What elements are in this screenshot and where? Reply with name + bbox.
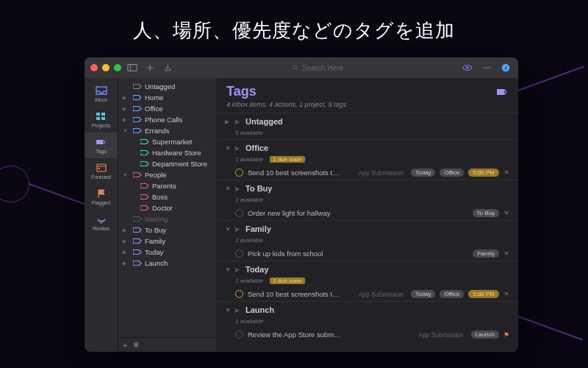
- task-row[interactable]: Send 10 best screenshots t…App Submissio…: [218, 287, 518, 301]
- group-header[interactable]: ▼▶Launch: [218, 302, 518, 318]
- sidebar-tag-untagged[interactable]: Untagged: [118, 81, 217, 92]
- tag-label: Family: [145, 237, 165, 245]
- task-row[interactable]: Pick up kids from schoolFamily⚑: [218, 247, 518, 261]
- group-header[interactable]: ▶▶Untagged: [218, 113, 518, 130]
- group-title: Launch: [245, 305, 274, 314]
- add-button[interactable]: [143, 61, 157, 74]
- tag-pill[interactable]: Office: [440, 169, 464, 177]
- sidebar-tag-department-store[interactable]: Department Store: [118, 158, 217, 169]
- rail-projects[interactable]: Projects: [85, 107, 118, 132]
- group-header[interactable]: ▼▶Family: [218, 221, 518, 237]
- rail-flagged[interactable]: Flagged: [85, 184, 118, 210]
- tag-pill[interactable]: Office: [440, 290, 464, 298]
- flag-icon[interactable]: ⚑: [503, 331, 511, 339]
- sidebar-tag-parents[interactable]: Parents: [118, 180, 217, 191]
- task-row[interactable]: Send 10 best screenshots t…App Submissio…: [218, 166, 518, 180]
- sidebar-toggle-icon[interactable]: [126, 61, 139, 74]
- tag-label: Department Store: [152, 160, 207, 168]
- svg-rect-17: [98, 168, 100, 169]
- sidebar-tag-waiting[interactable]: Waiting: [118, 213, 217, 224]
- rail-label: Forecast: [91, 174, 111, 180]
- sidebar-tag-office[interactable]: ▶Office: [118, 103, 217, 114]
- tag-pill[interactable]: Today: [411, 290, 435, 298]
- group-subtitle: 5 available: [218, 130, 518, 139]
- sidebar-tag-errands[interactable]: ▼Errands: [118, 125, 217, 136]
- rail-label: Tags: [96, 149, 107, 154]
- inbox-icon: [95, 85, 108, 96]
- tag-label: Phone Calls: [145, 116, 182, 124]
- tag-pill[interactable]: Launch: [471, 330, 499, 339]
- add-tag-button[interactable]: +: [123, 341, 127, 350]
- rail-review[interactable]: Review: [85, 210, 118, 236]
- tag-chevron-icon: ▶: [235, 118, 241, 125]
- sidebar-tag-home[interactable]: ▶Home: [118, 92, 217, 103]
- svg-point-6: [486, 67, 487, 68]
- quick-entry-button[interactable]: [161, 61, 174, 74]
- sidebar-tag-people[interactable]: ▼People: [118, 169, 217, 180]
- task-checkbox[interactable]: [235, 169, 243, 177]
- group-title: Untagged: [245, 117, 283, 126]
- group-title: Family: [245, 224, 271, 233]
- flag-icon[interactable]: ⚑: [503, 169, 511, 177]
- disclosure-icon: [123, 84, 130, 90]
- flag-icon[interactable]: ⚑: [503, 210, 511, 217]
- minimize-icon[interactable]: [102, 64, 110, 71]
- sidebar-tag-launch[interactable]: ▶Launch: [118, 258, 217, 269]
- zoom-icon[interactable]: [114, 64, 121, 71]
- flag-icon[interactable]: ⚑: [503, 250, 511, 258]
- search-field[interactable]: Search Here: [179, 64, 456, 72]
- task-checkbox[interactable]: [235, 290, 243, 298]
- sidebar-tag-to-buy[interactable]: ▶To Buy: [118, 224, 217, 236]
- view-icon[interactable]: [461, 61, 474, 74]
- tag-group-family: ▼▶Family1 availablePick up kids from sch…: [218, 220, 518, 261]
- rail-forecast[interactable]: Forecast: [85, 158, 118, 184]
- svg-rect-10: [96, 113, 100, 116]
- sidebar-settings-icon[interactable]: ✻: [133, 341, 139, 349]
- sidebar-tag-hardware-store[interactable]: Hardware Store: [118, 147, 217, 158]
- task-project: App Submission: [418, 331, 463, 339]
- sidebar-tag-phone-calls[interactable]: ▶Phone Calls: [118, 114, 217, 125]
- sidebar-tag-boss[interactable]: Boss: [118, 191, 217, 202]
- group-header[interactable]: ▼▶To Buy: [218, 180, 518, 197]
- disclosure-icon: ▶: [123, 227, 130, 233]
- svg-point-2: [293, 66, 297, 69]
- sidebar-tag-supermarket[interactable]: Supermarket: [118, 136, 217, 147]
- group-header[interactable]: ▼▶Today: [218, 261, 518, 277]
- tag-label: Launch: [145, 259, 168, 267]
- rail-inbox[interactable]: Inbox: [85, 81, 118, 107]
- svg-point-14: [103, 141, 104, 143]
- marketing-headline: 人、場所、優先度などのタグを追加: [0, 0, 588, 43]
- task-checkbox[interactable]: [235, 209, 243, 217]
- tag-label: Errands: [145, 127, 169, 135]
- sidebar-tag-today[interactable]: ▶Today: [118, 247, 217, 258]
- sidebar-tag-family[interactable]: ▶Family: [118, 236, 217, 247]
- tag-group-office: ▼▶Office1 available · 1 due soonSend 10 …: [218, 139, 518, 180]
- flag-icon[interactable]: ⚑: [503, 291, 511, 298]
- chevron-down-icon: ▼: [225, 266, 231, 273]
- group-subtitle: 1 available · 1 due soon: [218, 277, 518, 287]
- task-row[interactable]: Order new light for hallwayTo Buy⚑: [218, 206, 518, 220]
- task-row[interactable]: Review the App Store subm…App Submission…: [218, 328, 518, 342]
- info-icon[interactable]: i: [499, 61, 512, 74]
- flagged-icon: [95, 188, 108, 199]
- close-icon[interactable]: [90, 64, 98, 71]
- due-soon-badge: 1 due soon: [270, 277, 305, 284]
- tag-pill[interactable]: Today: [411, 169, 435, 177]
- tag-color-icon: [140, 138, 149, 145]
- rail-tags[interactable]: Tags: [85, 132, 118, 158]
- tag-color-icon: [133, 249, 142, 255]
- disclosure-icon: ▶: [123, 117, 130, 123]
- review-icon: [95, 214, 108, 224]
- tag-color-icon: [133, 260, 142, 266]
- task-checkbox[interactable]: [235, 330, 243, 339]
- tag-pill[interactable]: To Buy: [473, 209, 499, 217]
- svg-point-5: [483, 67, 484, 68]
- task-title: Pick up kids from school: [248, 250, 468, 258]
- more-icon[interactable]: [480, 61, 493, 74]
- traffic-lights: [90, 64, 121, 71]
- task-checkbox[interactable]: [235, 250, 243, 258]
- rail-label: Projects: [92, 123, 110, 128]
- group-header[interactable]: ▼▶Office: [218, 140, 518, 156]
- sidebar-tag-doctor[interactable]: Doctor: [118, 202, 217, 213]
- tag-pill[interactable]: Family: [473, 250, 499, 258]
